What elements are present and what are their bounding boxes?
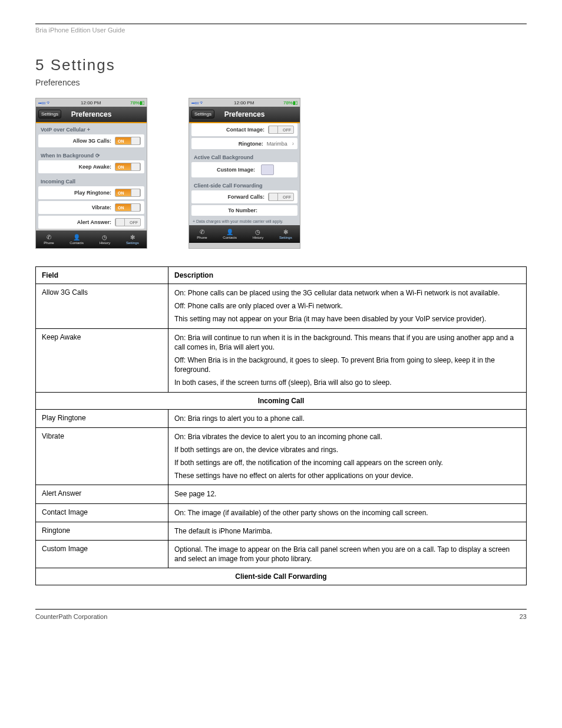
back-button[interactable]: Settings xyxy=(38,110,61,118)
tab-label: Phone xyxy=(197,236,207,239)
tab-contacts[interactable]: 👤Contacts xyxy=(223,229,237,239)
screenshots-row: ••ııı ᯤ 12:00 PM 78%▮▯ Settings Preferen… xyxy=(35,98,527,249)
row-label: Allow 3G Calls: xyxy=(42,138,115,144)
field-name-cell: Vibrate xyxy=(36,427,168,485)
row-label: Custom Image: xyxy=(195,167,259,173)
row-label: Contact Image: xyxy=(195,127,268,133)
status-bar: ••ııı ᯤ 12:00 PM 78%▮▯ xyxy=(36,98,147,107)
section-header-cell: Client-side Call Forwarding xyxy=(36,568,527,585)
tab-history[interactable]: ◷History xyxy=(100,235,111,245)
pref-row-play-ringtone: Play Ringtone:ON xyxy=(38,186,144,199)
status-bar: ••ııı ᯤ 12:00 PM 78%▮▯ xyxy=(189,98,300,107)
footer-left: CounterPath Corporation xyxy=(35,613,107,620)
field-desc-cell: On: Bria will continue to run when it is… xyxy=(168,328,527,392)
field-name-cell: Contact Image xyxy=(36,503,168,522)
section-label: When In Background ⟳ xyxy=(36,149,147,160)
tab-label: Settings xyxy=(279,236,292,239)
subhead-preferences: Preferences xyxy=(35,78,527,87)
row-label: Forward Calls: xyxy=(195,194,268,200)
battery-indicator: 78%▮▯ xyxy=(130,100,144,106)
tab-history[interactable]: ◷History xyxy=(253,229,264,239)
table-row: Incoming Call xyxy=(36,392,527,409)
tab-phone[interactable]: ✆Phone xyxy=(44,235,54,245)
toggle-keep-awake[interactable]: ON xyxy=(115,163,141,171)
field-desc-cell: On: Phone calls can be placed using the … xyxy=(168,284,527,329)
toggle-forward-calls[interactable]: OFF xyxy=(268,193,294,201)
field-desc-cell: On: The image (if available) of the othe… xyxy=(168,503,527,522)
pref-row-to-number: To Number: xyxy=(191,205,297,216)
row-label: To Number: xyxy=(195,207,261,213)
field-desc-cell: The default is iPhone Marimba. xyxy=(168,522,527,540)
toggle-allow-3g[interactable]: ON xyxy=(115,137,141,145)
table-row: Client-side Call Forwarding xyxy=(36,568,527,585)
contacts-icon: 👤 xyxy=(72,235,81,241)
col-description: Description xyxy=(168,267,527,284)
tab-label: History xyxy=(100,241,111,245)
field-desc-cell: Optional. The image to appear on the Bri… xyxy=(168,541,527,568)
table-row: Alert AnswerSee page 12. xyxy=(36,485,527,503)
history-icon: ◷ xyxy=(101,235,109,241)
running-head-left: Bria iPhone Edition User Guide xyxy=(35,27,125,34)
section-label: Client-side Call Forwarding xyxy=(189,179,300,190)
pref-row-forward-calls: Forward Calls:OFF xyxy=(191,190,297,203)
section-label: VoIP over Cellular + xyxy=(36,123,147,134)
tab-settings[interactable]: ✻Settings xyxy=(279,229,292,239)
field-name-cell: Alert Answer xyxy=(36,485,168,503)
field-name-cell: Ringtone xyxy=(36,522,168,540)
tab-settings[interactable]: ✻Settings xyxy=(126,235,139,245)
footnote-text: + Data charges with your mobile carrier … xyxy=(189,218,300,225)
field-name-cell: Custom Image xyxy=(36,541,168,568)
table-row: Contact ImageOn: The image (if available… xyxy=(36,503,527,522)
history-icon: ◷ xyxy=(254,229,262,235)
nav-header: Settings Preferences xyxy=(189,107,300,123)
pref-row-vibrate: Vibrate:ON xyxy=(38,201,144,214)
section-header-cell: Incoming Call xyxy=(36,392,527,409)
table-row: Allow 3G CallsOn: Phone calls can be pla… xyxy=(36,284,527,329)
pref-row-keep-awake: Keep Awake:ON xyxy=(38,160,144,173)
tab-phone[interactable]: ✆Phone xyxy=(197,229,207,239)
right-phone-screenshot: ••ııı ᯤ 12:00 PM 78%▮▯ Settings Preferen… xyxy=(189,98,300,249)
pref-row-alert-answer: Alert Answer:OFF xyxy=(38,216,144,229)
status-time: 12:00 PM xyxy=(81,100,101,106)
section-label: Active Call Background xyxy=(189,151,300,162)
section-label: Incoming Call xyxy=(36,175,147,186)
row-label: Play Ringtone: xyxy=(42,190,115,196)
tab-contacts[interactable]: 👤Contacts xyxy=(70,235,84,245)
battery-indicator: 78%▮▯ xyxy=(283,100,297,106)
row-label: Keep Awake: xyxy=(42,164,115,170)
settings-icon: ✻ xyxy=(282,229,290,235)
settings-icon: ✻ xyxy=(128,235,137,241)
contacts-icon: 👤 xyxy=(226,229,234,235)
field-name-cell: Keep Awake xyxy=(36,328,168,392)
row-label: Alert Answer: xyxy=(42,219,115,225)
signal-wifi-icon: ••ııı ᯤ xyxy=(191,100,205,106)
back-button[interactable]: Settings xyxy=(191,110,214,118)
col-field: Field xyxy=(36,267,168,284)
table-row: RingtoneThe default is iPhone Marimba. xyxy=(36,522,527,540)
pref-row-allow-3g: Allow 3G Calls:ON xyxy=(38,134,144,147)
field-desc-cell: On: Bria vibrates the device to alert yo… xyxy=(168,427,527,485)
image-picker[interactable] xyxy=(261,164,274,175)
tab-label: History xyxy=(253,236,264,239)
tab-label: Contacts xyxy=(223,236,237,239)
left-phone-screenshot: ••ııı ᯤ 12:00 PM 78%▮▯ Settings Preferen… xyxy=(35,98,147,249)
pref-row-ringtone[interactable]: Ringtone:Marimba› xyxy=(191,138,297,149)
chevron-right-icon[interactable]: › xyxy=(290,140,294,147)
toggle-alert-answer[interactable]: OFF xyxy=(115,218,141,226)
phone-icon: ✆ xyxy=(45,235,53,241)
toggle-contact-image[interactable]: OFF xyxy=(268,126,294,134)
status-time: 12:00 PM xyxy=(234,100,254,106)
pref-row-custom-image: Custom Image: xyxy=(191,162,297,177)
table-row: Play RingtoneOn: Bria rings to alert you… xyxy=(36,409,527,427)
row-label: Ringtone: xyxy=(195,141,267,147)
footer-page-no: 23 xyxy=(520,613,527,620)
field-desc-cell: On: Bria rings to alert you to a phone c… xyxy=(168,409,527,427)
fields-table: Field Description Allow 3G CallsOn: Phon… xyxy=(35,266,527,585)
row-label: Vibrate: xyxy=(42,205,115,210)
page-title: 5 Settings xyxy=(35,56,527,74)
table-row: Keep AwakeOn: Bria will continue to run … xyxy=(36,328,527,392)
toggle-play-ringtone[interactable]: ON xyxy=(115,189,141,197)
row-value: Marimba xyxy=(267,141,290,147)
toggle-vibrate[interactable]: ON xyxy=(115,203,141,212)
field-desc-cell: See page 12. xyxy=(168,485,527,503)
